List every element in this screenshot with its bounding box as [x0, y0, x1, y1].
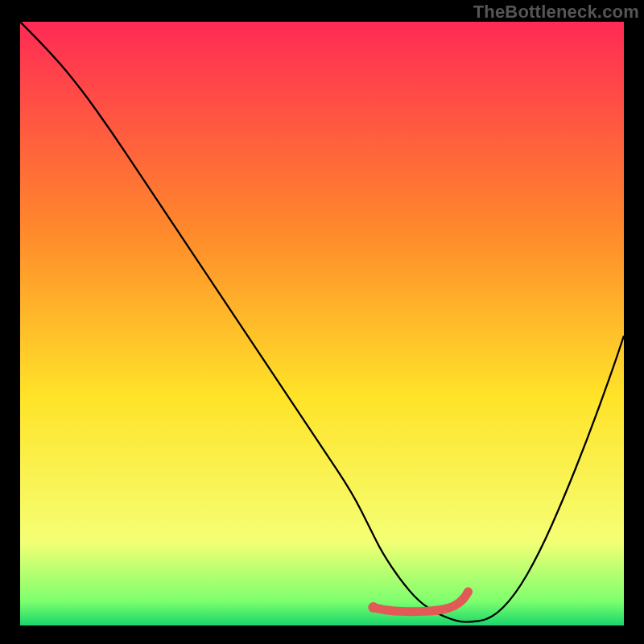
optimal-marker-start-dot — [368, 602, 378, 613]
plot-area — [20, 22, 624, 625]
gradient-background — [20, 22, 624, 625]
watermark: TheBottleneck.com — [473, 2, 639, 23]
chart-frame: TheBottleneck.com — [0, 0, 644, 644]
chart-svg — [20, 22, 624, 625]
